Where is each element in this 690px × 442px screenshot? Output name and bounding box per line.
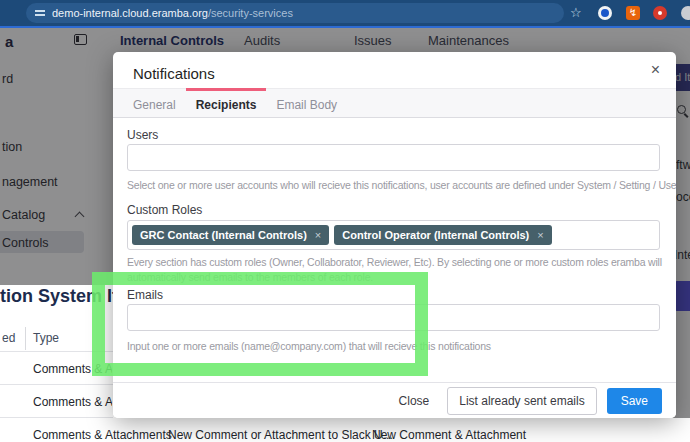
url-path: /security-services [208, 7, 293, 19]
close-icon[interactable]: × [651, 61, 660, 79]
users-label: Users [127, 128, 158, 142]
table-header-ed-fragment: ed [2, 331, 15, 345]
table-divider [0, 417, 113, 418]
modal-footer: Close List already sent emails Save [113, 382, 676, 418]
users-help-text: Select one or more user accounts who wil… [127, 178, 676, 193]
table-column-divider [25, 327, 26, 350]
role-tag: Control Operator (Internal Controls)× [334, 225, 551, 245]
save-button[interactable]: Save [607, 388, 662, 414]
tab-recipients[interactable]: Recipients [186, 88, 267, 117]
table-header-type: Type [33, 331, 59, 345]
users-input[interactable] [127, 144, 660, 171]
table-divider [0, 384, 113, 385]
bookmark-star-icon[interactable]: ☆ [570, 4, 582, 22]
extension-icon-3[interactable] [653, 6, 667, 20]
screen: demo-internal.cloud.eramba.org/security-… [0, 0, 690, 442]
browser-bar: demo-internal.cloud.eramba.org/security-… [0, 0, 690, 26]
role-tag-label: Control Operator (Internal Controls) [342, 229, 529, 241]
list-sent-emails-button[interactable]: List already sent emails [447, 387, 596, 415]
site-settings-icon[interactable] [35, 9, 45, 17]
modal-tabbar: General Recipients Email Body [113, 88, 676, 118]
cell-subject: New Comment & Attachment [372, 428, 526, 442]
custom-roles-input[interactable]: GRC Contact (Internal Controls)× Control… [127, 220, 660, 250]
role-tag-label: GRC Contact (Internal Controls) [140, 229, 307, 241]
tab-email-body[interactable]: Email Body [266, 88, 347, 117]
modal-title: Notifications [133, 65, 215, 82]
tab-general[interactable]: General [123, 88, 186, 117]
extension-icon-2[interactable]: ↯ [626, 6, 640, 20]
remove-tag-icon[interactable]: × [537, 229, 543, 241]
custom-roles-label: Custom Roles [127, 203, 202, 217]
remove-tag-icon[interactable]: × [315, 229, 321, 241]
url-host: demo-internal.cloud.eramba.org [52, 7, 208, 19]
extension-icon-1-glyph [601, 9, 609, 17]
extension-icon-1[interactable] [598, 6, 612, 20]
cell-name: New Comment or Attachment to Slack U... [168, 428, 393, 442]
cell-type: Comments & Attachments [33, 428, 172, 442]
extension-icon-3-glyph [658, 11, 662, 15]
highlight-box [92, 272, 428, 376]
table-row[interactable]: Comments & Attachments [33, 395, 112, 411]
extension-icon-4[interactable] [681, 6, 690, 20]
address-bar[interactable]: demo-internal.cloud.eramba.org/security-… [26, 3, 564, 23]
close-button[interactable]: Close [391, 388, 438, 414]
role-tag: GRC Contact (Internal Controls)× [132, 225, 329, 245]
url: demo-internal.cloud.eramba.org/security-… [52, 7, 293, 19]
